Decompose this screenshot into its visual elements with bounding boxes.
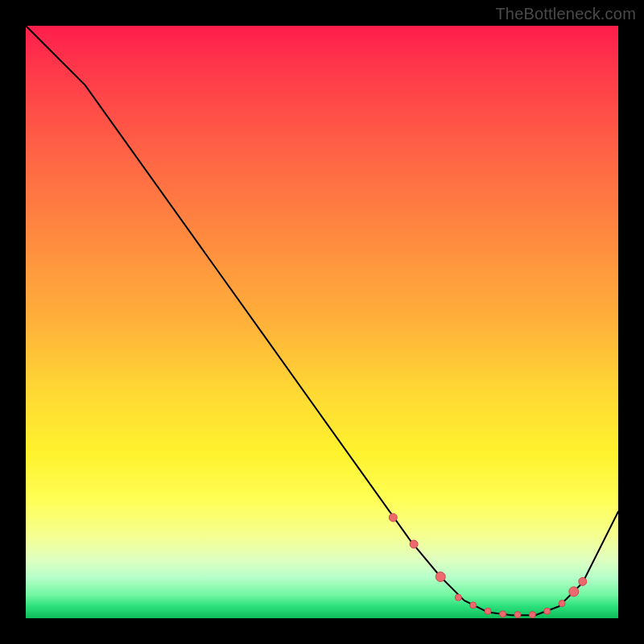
- chart-frame: TheBottleneck.com: [0, 0, 644, 644]
- marker-dots: [389, 514, 587, 618]
- marker-dot: [410, 540, 418, 548]
- marker-dot: [569, 587, 579, 597]
- plot-area: [26, 26, 618, 618]
- marker-dot: [544, 608, 551, 614]
- marker-dot: [529, 612, 535, 618]
- marker-dot: [500, 611, 506, 617]
- marker-dot: [470, 602, 477, 609]
- curve-line: [26, 26, 618, 615]
- marker-dot: [436, 572, 445, 582]
- marker-dot: [485, 608, 491, 614]
- chart-svg: [26, 26, 618, 618]
- marker-dot: [455, 594, 461, 601]
- watermark-text: TheBottleneck.com: [495, 5, 636, 23]
- marker-dot: [514, 612, 521, 618]
- marker-dot: [389, 514, 397, 522]
- marker-dot: [579, 577, 587, 585]
- marker-dot: [559, 601, 565, 607]
